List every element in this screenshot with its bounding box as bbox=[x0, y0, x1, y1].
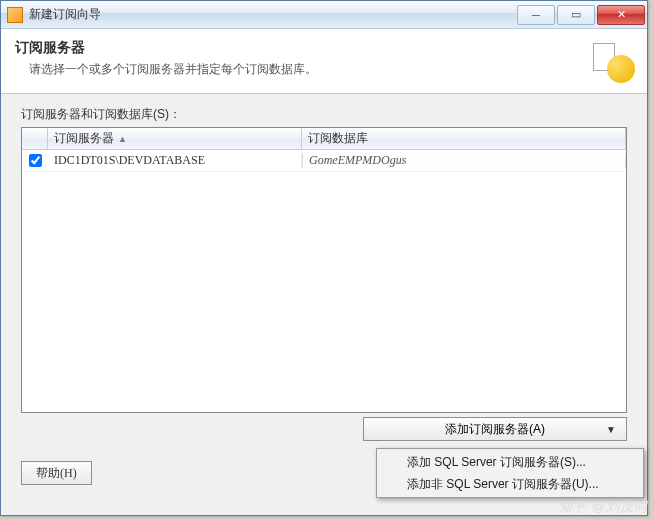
app-icon bbox=[7, 7, 23, 23]
grid-header: 订阅服务器 ▲ 订阅数据库 bbox=[22, 128, 626, 150]
chevron-down-icon: ▼ bbox=[606, 424, 616, 435]
window-buttons: ─ ▭ ✕ bbox=[517, 5, 645, 25]
minimize-button[interactable]: ─ bbox=[517, 5, 555, 25]
row-checkbox[interactable] bbox=[29, 154, 42, 167]
header-database-col[interactable]: 订阅数据库 bbox=[302, 128, 626, 149]
subscriber-grid: 订阅服务器 ▲ 订阅数据库 IDC1DT01S\DEVDATABASE Gome… bbox=[21, 127, 627, 413]
header-database-label: 订阅数据库 bbox=[308, 130, 368, 147]
header-server-col[interactable]: 订阅服务器 ▲ bbox=[48, 128, 302, 149]
row-server-cell: IDC1DT01S\DEVDATABASE bbox=[48, 153, 302, 168]
page-subtitle: 请选择一个或多个订阅服务器并指定每个订阅数据库。 bbox=[29, 61, 589, 78]
wizard-header: 订阅服务器 请选择一个或多个订阅服务器并指定每个订阅数据库。 bbox=[1, 29, 647, 94]
wizard-icon bbox=[589, 39, 633, 83]
row-database-cell[interactable]: GomeEMPMDOgus bbox=[302, 153, 626, 168]
titlebar[interactable]: 新建订阅向导 ─ ▭ ✕ bbox=[1, 1, 647, 29]
row-checkbox-cell[interactable] bbox=[22, 154, 48, 167]
body-panel: 订阅服务器和订阅数据库(S)： 订阅服务器 ▲ 订阅数据库 bbox=[1, 94, 647, 451]
window-title: 新建订阅向导 bbox=[29, 6, 517, 23]
help-button[interactable]: 帮助(H) bbox=[21, 461, 92, 485]
table-row[interactable]: IDC1DT01S\DEVDATABASE GomeEMPMDOgus bbox=[22, 150, 626, 172]
grid-label: 订阅服务器和订阅数据库(S)： bbox=[21, 106, 627, 123]
header-server-label: 订阅服务器 bbox=[54, 130, 114, 147]
menu-add-non-sql-server[interactable]: 添加非 SQL Server 订阅服务器(U)... bbox=[379, 473, 641, 495]
header-checkbox-col[interactable] bbox=[22, 128, 48, 149]
wizard-window: 新建订阅向导 ─ ▭ ✕ 订阅服务器 请选择一个或多个订阅服务器并指定每个订阅数… bbox=[0, 0, 648, 516]
page-title: 订阅服务器 bbox=[15, 39, 589, 57]
grid-body: IDC1DT01S\DEVDATABASE GomeEMPMDOgus bbox=[22, 150, 626, 172]
add-subscriber-label: 添加订阅服务器(A) bbox=[445, 421, 545, 438]
close-button[interactable]: ✕ bbox=[597, 5, 645, 25]
add-subscriber-menu: 添加 SQL Server 订阅服务器(S)... 添加非 SQL Server… bbox=[376, 448, 644, 498]
maximize-button[interactable]: ▭ bbox=[557, 5, 595, 25]
content-area: 订阅服务器 请选择一个或多个订阅服务器并指定每个订阅数据库。 订阅服务器和订阅数… bbox=[1, 29, 647, 497]
add-subscriber-button[interactable]: 添加订阅服务器(A) ▼ bbox=[363, 417, 627, 441]
sort-asc-icon: ▲ bbox=[118, 134, 127, 144]
menu-add-sql-server[interactable]: 添加 SQL Server 订阅服务器(S)... bbox=[379, 451, 641, 473]
